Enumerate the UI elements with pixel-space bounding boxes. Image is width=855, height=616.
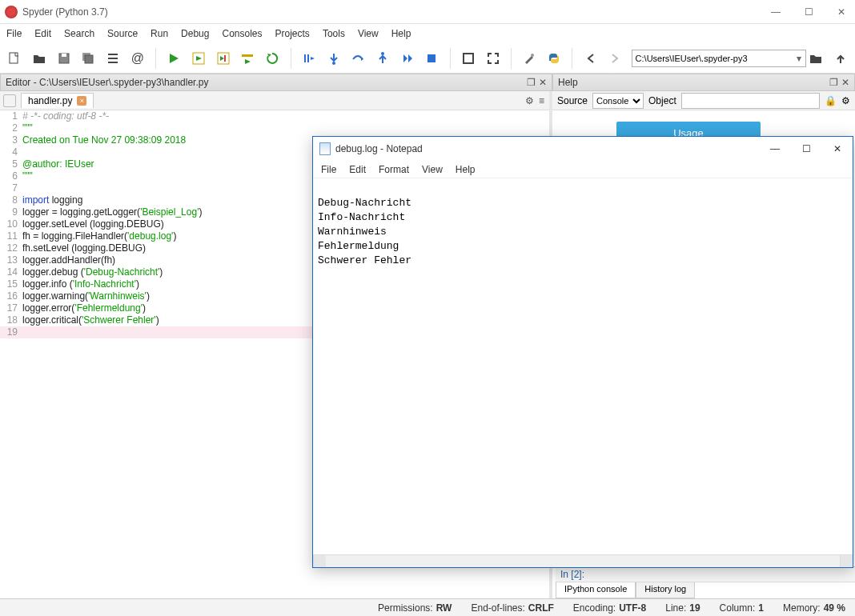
status-mem-label: Memory:	[783, 602, 821, 614]
save-all-button[interactable]	[78, 48, 98, 69]
status-col-label: Column:	[720, 602, 756, 614]
svg-point-8	[332, 62, 335, 65]
close-button[interactable]: ✕	[833, 5, 850, 19]
notepad-menu-file[interactable]: File	[321, 164, 336, 175]
notepad-minimize-button[interactable]: —	[765, 142, 785, 156]
menu-run[interactable]: Run	[151, 28, 168, 39]
run-selection-button[interactable]	[238, 48, 258, 69]
menu-debug[interactable]: Debug	[181, 28, 209, 39]
line-number: 12	[0, 242, 22, 254]
notepad-menubar: FileEditFormatViewHelp	[313, 161, 853, 178]
new-file-button[interactable]	[5, 48, 25, 69]
help-dock-header: Help ❐✕	[552, 74, 855, 91]
source-label: Source	[557, 95, 588, 106]
code-text: fh = logging.FileHandler('debug.log')	[22, 230, 176, 242]
open-file-button[interactable]	[30, 48, 50, 69]
save-button[interactable]	[54, 48, 74, 69]
continue-button[interactable]	[397, 48, 417, 69]
menu-view[interactable]: View	[358, 28, 379, 39]
notepad-menu-edit[interactable]: Edit	[349, 164, 366, 175]
menu-edit[interactable]: Edit	[34, 28, 51, 39]
code-text: @author: IEUser	[22, 158, 94, 170]
spyder-titlebar: Spyder (Python 3.7) — ☐ ✕	[0, 0, 855, 24]
menu-search[interactable]: Search	[64, 28, 94, 39]
line-number: 17	[0, 302, 22, 314]
parent-dir-button[interactable]	[830, 48, 850, 69]
tab-close-icon[interactable]: ×	[77, 96, 86, 106]
status-line-value: 19	[689, 602, 700, 614]
maximize-pane-button[interactable]	[459, 48, 479, 69]
dock-close-button[interactable]: ✕	[539, 77, 547, 88]
ipython-prompt[interactable]: In [2]:	[556, 567, 855, 582]
code-line[interactable]: 1# -*- coding: utf-8 -*-	[0, 110, 549, 122]
line-number: 11	[0, 230, 22, 242]
list-button[interactable]	[103, 48, 123, 69]
svg-rect-0	[10, 53, 18, 63]
fullscreen-button[interactable]	[483, 48, 503, 69]
preferences-button[interactable]	[520, 48, 540, 69]
help-dock-title: Help	[558, 77, 578, 88]
menu-consoles[interactable]: Consoles	[222, 28, 262, 39]
maximize-button[interactable]: ☐	[800, 5, 818, 19]
working-dir-input[interactable]	[632, 50, 806, 67]
svg-rect-2	[62, 54, 66, 57]
source-select[interactable]: Console	[592, 93, 644, 109]
status-enc-value: UTF-8	[619, 602, 646, 614]
status-perm-label: Permissions:	[378, 602, 433, 614]
notepad-menu-view[interactable]: View	[422, 164, 443, 175]
line-number: 2	[0, 122, 22, 134]
step-out-button[interactable]	[373, 48, 393, 69]
step-into-button[interactable]	[323, 48, 343, 69]
scroll-right-icon[interactable]	[840, 555, 853, 567]
tab-history[interactable]: History log	[636, 582, 695, 598]
menu-projects[interactable]: Projects	[275, 28, 310, 39]
notepad-titlebar[interactable]: debug.log - Notepad — ☐ ✕	[313, 137, 853, 161]
help-undock-button[interactable]: ❐	[829, 77, 838, 88]
notepad-scrollbar[interactable]	[313, 554, 853, 567]
dock-undock-button[interactable]: ❐	[527, 77, 536, 88]
python-path-button[interactable]	[544, 48, 564, 69]
code-line[interactable]: 2"""	[0, 122, 549, 134]
notepad-menu-help[interactable]: Help	[456, 164, 476, 175]
notepad-maximize-button[interactable]: ☐	[797, 142, 816, 156]
back-button[interactable]	[580, 48, 600, 69]
scroll-left-icon[interactable]	[313, 555, 326, 567]
line-number: 4	[0, 146, 22, 158]
tab-ipython[interactable]: IPython console	[556, 582, 636, 598]
code-text: logger.addHandler(fh)	[22, 254, 115, 266]
help-settings-icon[interactable]: ⚙	[841, 95, 850, 106]
svg-rect-10	[428, 54, 436, 62]
editor-tab-handler[interactable]: handler.py ×	[21, 93, 94, 108]
rerun-button[interactable]	[263, 48, 283, 69]
line-number: 15	[0, 278, 22, 290]
run-cell-button[interactable]	[189, 48, 209, 69]
notepad-text-area[interactable]: Debug-Nachricht Info-Nachricht Warnhinwe…	[313, 178, 853, 554]
browse-dir-button[interactable]	[806, 48, 826, 69]
code-text: logger.setLevel (logging.DEBUG)	[22, 218, 164, 230]
at-button[interactable]: @	[127, 48, 147, 69]
code-text: logger = logging.getLogger('Beispiel_Log…	[22, 206, 202, 218]
notepad-window[interactable]: debug.log - Notepad — ☐ ✕ FileEditFormat…	[312, 136, 853, 568]
notepad-close-button[interactable]: ✕	[829, 142, 846, 156]
line-number: 6	[0, 170, 22, 182]
run-cell-advance-button[interactable]	[213, 48, 233, 69]
menu-help[interactable]: Help	[391, 28, 411, 39]
menu-file[interactable]: File	[6, 28, 22, 39]
forward-button[interactable]	[605, 48, 625, 69]
run-button[interactable]	[164, 48, 184, 69]
code-text: """	[22, 122, 33, 134]
editor-menu-icon[interactable]: ≡	[539, 95, 544, 106]
help-close-button[interactable]: ✕	[841, 77, 849, 88]
stop-button[interactable]	[422, 48, 442, 69]
status-perm-value: RW	[436, 602, 452, 614]
debug-step-button[interactable]	[299, 48, 319, 69]
editor-settings-icon[interactable]: ⚙	[525, 95, 534, 106]
step-over-button[interactable]	[348, 48, 368, 69]
menu-source[interactable]: Source	[107, 28, 138, 39]
menu-tools[interactable]: Tools	[323, 28, 345, 39]
tab-browse-icon[interactable]	[3, 94, 16, 107]
minimize-button[interactable]: —	[766, 5, 785, 19]
notepad-menu-format[interactable]: Format	[379, 164, 409, 175]
object-input[interactable]	[681, 93, 820, 109]
lock-icon[interactable]: 🔒	[825, 95, 837, 106]
